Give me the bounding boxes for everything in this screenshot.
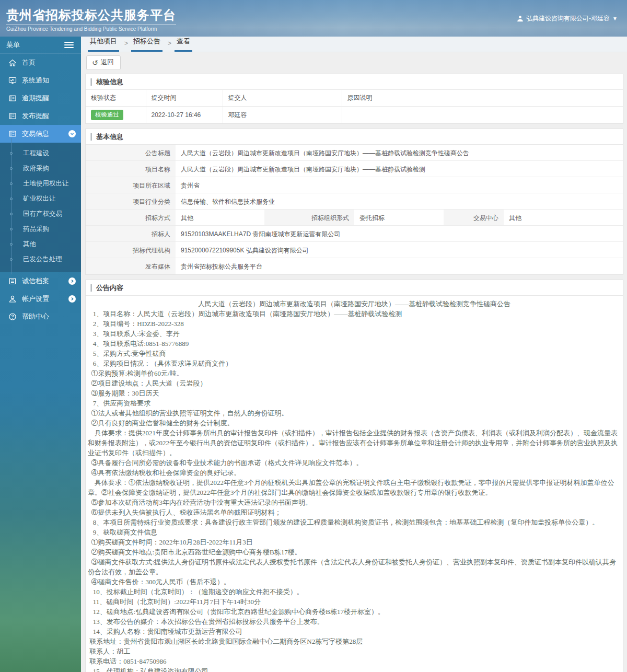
bullet-dot-icon: [10, 258, 13, 261]
announcement-line: ③服务期限：30日历天: [88, 388, 621, 398]
sidebar-item-publish-reminder[interactable]: 发布提醒: [0, 107, 81, 125]
field-label: 项目所在区域: [86, 177, 176, 193]
info-row-agency: 招标代理机构 91520000722109905K 弘典建设咨询有限公司: [86, 242, 623, 258]
app-title: 贵州省招标投标公共服务平台: [6, 5, 176, 25]
sidebar-item-help-center[interactable]: 帮助中心: [0, 308, 81, 326]
announcement-body: 人民大道（云岩段）周边城市更新改造项目（南垭路国安厅地块）——基桩静载试验检测竞…: [86, 296, 623, 672]
announcement-line: ③磋商文件获取方式:提供法人身份证明书原件或法定代表人授权委托书原件（含法定代表…: [88, 557, 621, 577]
sidebar-item-credit-archive[interactable]: 诚信档案: [0, 272, 81, 290]
announcement-line: 联系电话：0851-84750986: [88, 656, 621, 666]
announcement-line: 2、项目编号：HDZB-2022-328: [88, 319, 621, 329]
submenu-item-label: 国有产权交易: [23, 210, 62, 217]
breadcrumb-separator: >: [121, 40, 131, 52]
breadcrumb: 其他项目 > 招标公告 > 查看: [81, 37, 627, 52]
announcement-line: ④具有依法缴纳税收和社会保障资金的良好记录。: [88, 468, 621, 478]
user-menu[interactable]: 弘典建设咨询有限公司-邓廷容 ▼: [517, 14, 618, 23]
announcement-line: ②具有良好的商业信誉和健全的财务会计制度。: [88, 418, 621, 428]
folder-icon: [8, 94, 17, 102]
column-header-reason: 原因说明: [342, 90, 623, 107]
announcement-line: 15、代理机构：弘典建设咨询有限公司: [88, 666, 621, 672]
list-icon: [8, 277, 17, 285]
user-icon: [517, 15, 524, 22]
announcement-line: ④磋商文件售价：300元人民币（售后不退）。: [88, 577, 621, 587]
section-bar-icon: [90, 133, 92, 141]
status-badge: 核验通过: [91, 110, 123, 120]
table-header-row: 核验状态 提交时间 提交人 原因说明: [86, 90, 623, 107]
sidebar-item-label: 首页: [22, 58, 76, 67]
announcement-line: 10、投标截止时间（北京时间）：（逾期递交的响应文件恕不接受）。: [88, 587, 621, 597]
verification-section-title: 核验信息: [96, 77, 123, 87]
app-subtitle: GuiZhou Province Tendering and Bidding P…: [6, 26, 176, 32]
table-row: 核验通过 2022-10-27 16:46 邓廷容: [86, 107, 623, 124]
hamburger-icon[interactable]: [64, 40, 74, 50]
breadcrumb-item-tender-announcement[interactable]: 招标公告: [131, 37, 162, 52]
announcement-line: 3、项目联系人:宋金委、李丹: [88, 329, 621, 339]
field-label: 发布媒体: [86, 258, 176, 274]
sidebar-submenu-item[interactable]: 已发公告处理: [0, 252, 81, 267]
submenu-item-label: 已发公告处理: [23, 256, 62, 263]
sidebar-item-label: 系统通知: [22, 76, 76, 85]
breadcrumb-item-view[interactable]: 查看: [175, 37, 192, 52]
breadcrumb-item-other-projects[interactable]: 其他项目: [88, 37, 119, 52]
sidebar-submenu-item[interactable]: 土地使用权出让: [0, 176, 81, 191]
sidebar: 菜单 首页 系统通知 逾期提醒 发布提醒 交易信息: [0, 37, 81, 672]
folder-icon: [8, 112, 17, 120]
sidebar-item-label: 交易信息: [22, 129, 63, 138]
breadcrumb-separator: >: [165, 40, 175, 52]
sidebar-item-system-notice[interactable]: 系统通知: [0, 72, 81, 89]
field-label: 公告标题: [86, 145, 176, 160]
chevron-down-circle-icon: [68, 130, 76, 137]
back-button[interactable]: ↺ 返回: [86, 55, 121, 70]
field-value: 91520000722109905K 弘典建设咨询有限公司: [176, 242, 623, 258]
sidebar-submenu-item[interactable]: 矿业权出让: [0, 191, 81, 206]
field-value: 91520103MAAKELHA7D 贵阳南垭城市更新运营有限公司: [176, 226, 623, 241]
announcement-line: 6、采购项目情况：（具体要求详见磋商文件）: [88, 358, 621, 368]
announcement-section-title: 公告内容: [96, 283, 123, 293]
submenu-item-label: 矿业权出让: [23, 195, 56, 202]
info-row-region: 项目所在区域 贵州省: [86, 177, 623, 193]
person-icon: [8, 295, 17, 303]
bullet-dot-icon: [10, 213, 13, 215]
home-icon: [8, 59, 17, 67]
basic-info-section: 基本信息 公告标题 人民大道（云岩段）周边城市更新改造项目（南垭路国安厅地块）—…: [85, 129, 623, 275]
column-header-submit-time: 提交时间: [146, 90, 223, 107]
announcement-line: 联系人：胡工: [88, 646, 621, 656]
field-value: 贵州省: [176, 177, 623, 193]
sidebar-submenu-item[interactable]: 药品采购: [0, 222, 81, 237]
announcement-line: 11、磋商时间（北京时间）:2022年11月7日下午14时30分: [88, 597, 621, 607]
announcement-line: ①采购预算:检测单价60元/吨。: [88, 368, 621, 378]
info-row-industry: 项目行业分类 信息传输、软件和信息技术服务业: [86, 193, 623, 210]
field-value: 人民大道（云岩段）周边城市更新改造项目（南垭路国安厅地块）——基桩静载试验检测竞…: [176, 145, 623, 160]
bullet-dot-icon: [10, 228, 13, 230]
sidebar-submenu-item[interactable]: 其他: [0, 237, 81, 252]
field-value: 人民大道（云岩段）周边城市更新改造项目（南垭路国安厅地块）——基桩静载试验检测: [176, 161, 623, 177]
announcement-lines: 1、项目名称：人民大道（云岩段）周边城市更新改造项目（南垭路国安厅地块）——基桩…: [88, 309, 621, 672]
sidebar-item-transaction-info[interactable]: 交易信息: [0, 125, 81, 143]
sidebar-item-account-settings[interactable]: 帐户设置: [0, 290, 81, 308]
field-label: 招标组织形式: [264, 210, 354, 225]
info-row-tenderer: 招标人 91520103MAAKELHA7D 贵阳南垭城市更新运营有限公司: [86, 226, 623, 242]
sidebar-submenu-item[interactable]: 政府采购: [0, 161, 81, 176]
field-label: 项目名称: [86, 161, 176, 177]
announcement-line: 1、项目名称：人民大道（云岩段）周边城市更新改造项目（南垭路国安厅地块）——基桩…: [88, 309, 621, 319]
sidebar-item-label: 逾期提醒: [22, 94, 76, 103]
section-bar-icon: [90, 284, 92, 292]
page: 贵州省招标投标公共服务平台 GuiZhou Province Tendering…: [0, 0, 627, 672]
submit-time-value: 2022-10-27 16:46: [146, 107, 223, 124]
submenu-item-label: 政府采购: [23, 165, 49, 172]
announcement-section: 公告内容 人民大道（云岩段）周边城市更新改造项目（南垭路国安厅地块）——基桩静载…: [85, 280, 623, 672]
sidebar-header: 菜单: [0, 37, 81, 54]
announcement-line: ③具备履行合同所必需的设备和专业技术能力的书面承诺（格式文件详见响应文件范本）。: [88, 458, 621, 468]
sidebar-submenu: 工程建设 政府采购 土地使用权出让 矿业权出让: [0, 143, 81, 272]
sidebar-item-home[interactable]: 首页: [0, 54, 81, 72]
info-row-tender-method: 招标方式 其他 招标组织形式 委托招标 交易中心 其他: [86, 210, 623, 226]
sidebar-item-overdue-reminder[interactable]: 逾期提醒: [0, 89, 81, 107]
sidebar-submenu-item[interactable]: 国有产权交易: [0, 206, 81, 222]
section-bar-icon: [90, 78, 92, 86]
folder-icon: [8, 130, 17, 138]
verification-table: 核验状态 提交时间 提交人 原因说明 核验通过 2022-10-27 16:46…: [86, 90, 623, 123]
chevron-right-circle-icon: [68, 277, 76, 285]
sidebar-submenu-item[interactable]: 工程建设: [0, 146, 81, 161]
bullet-dot-icon: [10, 182, 13, 185]
field-value: 其他: [504, 210, 623, 225]
